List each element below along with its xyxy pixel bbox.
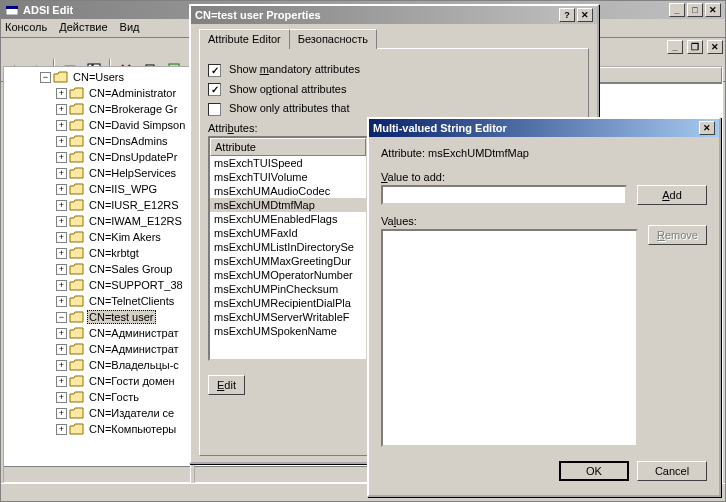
- tree-item[interactable]: +CN=Компьютеры: [4, 421, 190, 437]
- tree-item[interactable]: +CN=Издатели се: [4, 405, 190, 421]
- attr-info-value: msExchUMDtmfMap: [428, 147, 529, 159]
- cancel-button[interactable]: Cancel: [637, 461, 707, 481]
- help-button[interactable]: ?: [559, 8, 575, 22]
- expand-icon[interactable]: −: [40, 72, 51, 83]
- tree-item[interactable]: +CN=IIS_WPG: [4, 181, 190, 197]
- minimize-button[interactable]: _: [669, 3, 685, 17]
- child-minimize-button[interactable]: _: [667, 40, 683, 54]
- tree-item[interactable]: +CN=IUSR_E12RS: [4, 197, 190, 213]
- check-mandatory[interactable]: [208, 64, 221, 77]
- tree-item[interactable]: +CN=Administrator: [4, 85, 190, 101]
- expand-icon[interactable]: +: [56, 152, 67, 163]
- expand-icon[interactable]: +: [56, 344, 67, 355]
- expand-icon[interactable]: +: [56, 360, 67, 371]
- attribute-item[interactable]: msExchUMDtmfMap: [210, 198, 366, 212]
- props-titlebar: CN=test user Properties ? ✕: [191, 6, 597, 24]
- attr-col-head[interactable]: Attribute: [210, 138, 366, 156]
- expand-icon[interactable]: +: [56, 248, 67, 259]
- menu-view[interactable]: Вид: [120, 21, 140, 35]
- child-restore-button[interactable]: ❐: [687, 40, 703, 54]
- expand-icon[interactable]: +: [56, 104, 67, 115]
- check-mandatory-label: Show mandatory attributes: [229, 63, 360, 75]
- tree-item-label: CN=DnsUpdatePr: [87, 151, 179, 163]
- check-optional-label: Show optional attributes: [229, 83, 346, 95]
- menu-action[interactable]: Действие: [59, 21, 107, 35]
- tree-item[interactable]: +CN=DnsAdmins: [4, 133, 190, 149]
- attribute-item[interactable]: msExchUMAudioCodec: [210, 184, 366, 198]
- expand-icon[interactable]: +: [56, 120, 67, 131]
- attribute-item[interactable]: msExchUMMaxGreetingDur: [210, 254, 366, 268]
- tree-item[interactable]: +CN=IWAM_E12RS: [4, 213, 190, 229]
- tree-item-label: CN=Users: [71, 71, 126, 83]
- expand-icon[interactable]: +: [56, 280, 67, 291]
- tree-item[interactable]: −CN=Users: [4, 69, 190, 85]
- expand-icon[interactable]: +: [56, 184, 67, 195]
- child-close-button[interactable]: ✕: [707, 40, 723, 54]
- close-button[interactable]: ✕: [705, 3, 721, 17]
- check-onlyvals[interactable]: [208, 103, 221, 116]
- tree-item[interactable]: +CN=Администрат: [4, 325, 190, 341]
- attribute-item[interactable]: msExchUMEnabledFlags: [210, 212, 366, 226]
- expand-icon[interactable]: +: [56, 296, 67, 307]
- expand-icon[interactable]: +: [56, 216, 67, 227]
- tree-item[interactable]: −CN=test user: [4, 309, 190, 325]
- svg-rect-1: [6, 6, 18, 9]
- tree-item[interactable]: +CN=HelpServices: [4, 165, 190, 181]
- attribute-item[interactable]: msExchTUIVolume: [210, 170, 366, 184]
- expand-icon[interactable]: +: [56, 168, 67, 179]
- tree-item-label: CN=DnsAdmins: [87, 135, 170, 147]
- props-close-button[interactable]: ✕: [577, 8, 593, 22]
- tab-attribute-editor[interactable]: Attribute Editor: [199, 29, 290, 49]
- tree-item-label: CN=IUSR_E12RS: [87, 199, 181, 211]
- tree-item[interactable]: +CN=Kim Akers: [4, 229, 190, 245]
- tree-item[interactable]: +CN=Гость: [4, 389, 190, 405]
- check-optional[interactable]: [208, 83, 221, 96]
- edit-button[interactable]: Edit: [208, 375, 245, 395]
- attribute-item[interactable]: msExchUMPinChecksum: [210, 282, 366, 296]
- tree-pane[interactable]: −CN=Users+CN=Administrator+CN=Brokerage …: [3, 66, 191, 483]
- tree-item[interactable]: +CN=krbtgt: [4, 245, 190, 261]
- expand-icon[interactable]: +: [56, 408, 67, 419]
- tree-item[interactable]: +CN=SUPPORT_38: [4, 277, 190, 293]
- attribute-item[interactable]: msExchTUISpeed: [210, 156, 366, 170]
- tree-item-label: CN=Администрат: [87, 327, 181, 339]
- tree-scrollbar[interactable]: [4, 466, 190, 482]
- attribute-item[interactable]: msExchUMOperatorNumber: [210, 268, 366, 282]
- values-listbox[interactable]: [381, 229, 638, 447]
- expand-icon[interactable]: −: [56, 312, 67, 323]
- attribute-item[interactable]: msExchUMServerWritableF: [210, 310, 366, 324]
- expand-icon[interactable]: +: [56, 200, 67, 211]
- remove-button[interactable]: Remove: [648, 225, 707, 245]
- add-button[interactable]: Add: [637, 185, 707, 205]
- tab-security[interactable]: Безопасность: [289, 29, 377, 49]
- attribute-item[interactable]: msExchUMListInDirectorySe: [210, 240, 366, 254]
- expand-icon[interactable]: +: [56, 424, 67, 435]
- expand-icon[interactable]: +: [56, 88, 67, 99]
- ok-button[interactable]: OK: [559, 461, 629, 481]
- expand-icon[interactable]: +: [56, 136, 67, 147]
- expand-icon[interactable]: +: [56, 376, 67, 387]
- attribute-listbox[interactable]: Attribute msExchTUISpeedmsExchTUIVolumem…: [208, 136, 368, 361]
- tree-item[interactable]: +CN=Sales Group: [4, 261, 190, 277]
- tree-item[interactable]: +CN=Brokerage Gr: [4, 101, 190, 117]
- tree-item[interactable]: +CN=Гости домен: [4, 373, 190, 389]
- tree-item[interactable]: +CN=DnsUpdatePr: [4, 149, 190, 165]
- attribute-item[interactable]: msExchUMRecipientDialPla: [210, 296, 366, 310]
- expand-icon[interactable]: +: [56, 392, 67, 403]
- editor-close-button[interactable]: ✕: [699, 121, 715, 135]
- value-input[interactable]: [381, 185, 627, 205]
- attribute-item[interactable]: msExchUMSpokenName: [210, 324, 366, 338]
- expand-icon[interactable]: +: [56, 232, 67, 243]
- tree-item-label: CN=IIS_WPG: [87, 183, 159, 195]
- maximize-button[interactable]: □: [687, 3, 703, 17]
- tree-item[interactable]: +CN=TelnetClients: [4, 293, 190, 309]
- menu-console[interactable]: Консоль: [5, 21, 47, 35]
- expand-icon[interactable]: +: [56, 328, 67, 339]
- tree-item-label: CN=Гости домен: [87, 375, 177, 387]
- tree-item[interactable]: +CN=Администрат: [4, 341, 190, 357]
- expand-icon[interactable]: +: [56, 264, 67, 275]
- tree-item[interactable]: +CN=Владельцы-с: [4, 357, 190, 373]
- tree-item[interactable]: +CN=David Simpson: [4, 117, 190, 133]
- attribute-item[interactable]: msExchUMFaxId: [210, 226, 366, 240]
- app-icon: [5, 3, 19, 17]
